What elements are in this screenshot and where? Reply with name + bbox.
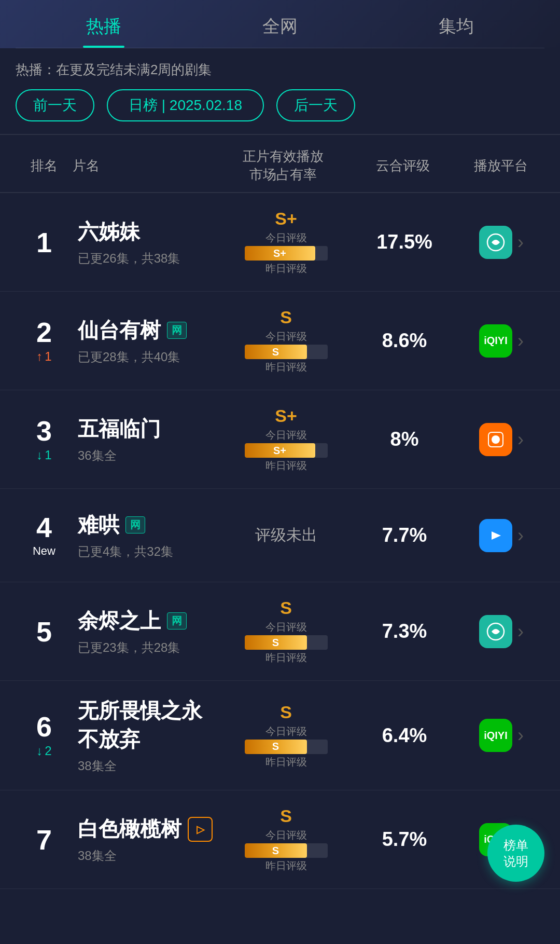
rating-today-label: 今日评级 bbox=[265, 724, 307, 738]
net-badge: 网 bbox=[167, 322, 187, 339]
chevron-right-icon: › bbox=[517, 621, 524, 642]
rating-column: S 今日评级 S 昨日评级 bbox=[221, 806, 351, 873]
platform-column: › bbox=[458, 615, 544, 648]
no-rating-text: 评级未出 bbox=[255, 525, 317, 546]
show-row[interactable]: 7 白色橄榄树▷ 38集全 S 今日评级 S 昨日评级 5.7% iQIYI bbox=[0, 790, 560, 889]
rating-today-val: S bbox=[272, 845, 279, 857]
rating-today-val: S bbox=[272, 637, 279, 649]
show-name: 五福临门 bbox=[78, 415, 221, 443]
col-rating-header: 正片有效播放市场占有率 bbox=[218, 147, 348, 184]
market-column: 7.7% bbox=[351, 524, 458, 546]
shows-list: 1 六姊妹 已更26集，共38集 S+ 今日评级 S+ 昨日评级 17.5% bbox=[0, 193, 560, 889]
show-row[interactable]: 1 六姊妹 已更26集，共38集 S+ 今日评级 S+ 昨日评级 17.5% bbox=[0, 193, 560, 292]
float-explanation-button[interactable]: 榜单说明 bbox=[487, 825, 544, 882]
show-row[interactable]: 4 New 难哄网 已更4集，共32集 评级未出 7.7% › bbox=[0, 489, 560, 582]
market-column: 8% bbox=[351, 428, 458, 450]
show-row[interactable]: 2 ↑ 1 仙台有树网 已更28集，共40集 S 今日评级 S 昨日评级 8. bbox=[0, 292, 560, 390]
show-name: 六姊妹 bbox=[78, 217, 221, 246]
rank-column: 6 ↓ 2 bbox=[16, 713, 73, 758]
grade-label: S+ bbox=[275, 209, 297, 229]
net-badge: 网 bbox=[167, 612, 187, 630]
rating-bar-block: 今日评级 S+ 昨日评级 bbox=[240, 231, 333, 276]
show-meta: 已更26集，共38集 bbox=[78, 250, 221, 267]
show-name: 余烬之上网 bbox=[78, 607, 221, 635]
platform-column: iQIYI › bbox=[458, 719, 544, 752]
rating-column: S+ 今日评级 S+ 昨日评级 bbox=[221, 406, 351, 473]
platform-column: iQIYI › bbox=[458, 324, 544, 358]
prev-day-button[interactable]: 前一天 bbox=[16, 89, 94, 121]
rating-yesterday-label: 昨日评级 bbox=[265, 262, 307, 276]
title-column: 余烬之上网 已更23集，共28集 bbox=[73, 607, 221, 656]
show-meta: 已更28集，共40集 bbox=[78, 349, 221, 365]
rating-yesterday-label: 昨日评级 bbox=[265, 651, 307, 665]
rank-change-down: ↓ 2 bbox=[16, 744, 73, 758]
tab-all[interactable]: 全网 bbox=[192, 15, 368, 48]
show-meta: 已更4集，共32集 bbox=[78, 543, 221, 560]
rank-column: 1 bbox=[16, 228, 73, 256]
rating-yesterday-label: 昨日评级 bbox=[265, 360, 307, 374]
rating-today-val: S bbox=[272, 346, 279, 358]
chevron-right-icon: › bbox=[517, 724, 524, 746]
down-arrow-icon: ↓ bbox=[36, 744, 43, 758]
platform-youku-icon bbox=[479, 519, 512, 552]
col-market-header: 云合评级 bbox=[348, 157, 457, 175]
show-name: 难哄网 bbox=[78, 511, 221, 539]
grade-label: S bbox=[280, 702, 292, 722]
tab-hot[interactable]: 热播 bbox=[16, 15, 192, 48]
rating-bar-today: S+ bbox=[245, 443, 328, 458]
next-day-button[interactable]: 后一天 bbox=[276, 89, 355, 121]
title-column: 仙台有树网 已更28集，共40集 bbox=[73, 316, 221, 365]
market-column: 8.6% bbox=[351, 330, 458, 352]
grade-label: S bbox=[280, 307, 292, 327]
show-row[interactable]: 3 ↓ 1 五福临门 36集全 S+ 今日评级 S+ 昨日评级 8% bbox=[0, 390, 560, 489]
platform-column: › bbox=[458, 519, 544, 552]
tab-avg[interactable]: 集均 bbox=[368, 15, 544, 48]
rating-bar-today: S bbox=[245, 740, 328, 754]
show-meta: 36集全 bbox=[78, 447, 221, 464]
rank-number: 2 bbox=[16, 318, 73, 346]
rating-yesterday-label: 昨日评级 bbox=[265, 859, 307, 873]
title-column: 六姊妹 已更26集，共38集 bbox=[73, 217, 221, 267]
title-column: 无所畏惧之永不放弃 38集全 bbox=[73, 696, 221, 774]
rank-column: 2 ↑ 1 bbox=[16, 318, 73, 364]
platform-iqiyi-icon: iQIYI bbox=[479, 719, 512, 752]
market-column: 17.5% bbox=[351, 231, 458, 253]
show-name-text: 仙台有树 bbox=[78, 316, 161, 345]
rating-bar-today: S bbox=[245, 345, 328, 359]
show-name: 无所畏惧之永不放弃 bbox=[78, 696, 221, 754]
show-name-text: 五福临门 bbox=[78, 415, 161, 443]
title-column: 五福临门 36集全 bbox=[73, 415, 221, 464]
grade-label: S bbox=[280, 806, 292, 826]
market-column: 5.7% bbox=[351, 828, 458, 851]
down-arrow-icon: ↓ bbox=[36, 448, 43, 462]
show-name-text: 余烬之上 bbox=[78, 607, 161, 635]
rank-change-down: ↓ 1 bbox=[16, 448, 73, 462]
rating-column: S 今日评级 S 昨日评级 bbox=[221, 702, 351, 769]
chevron-right-icon: › bbox=[517, 330, 524, 352]
rating-bar-block: 今日评级 S 昨日评级 bbox=[240, 330, 333, 374]
rating-yesterday-label: 昨日评级 bbox=[265, 755, 307, 769]
svg-point-2 bbox=[492, 435, 500, 444]
show-row[interactable]: 5 余烬之上网 已更23集，共28集 S 今日评级 S 昨日评级 7.3% bbox=[0, 582, 560, 681]
nav-row: 前一天 日榜 | 2025.02.18 后一天 bbox=[0, 89, 560, 134]
date-button[interactable]: 日榜 | 2025.02.18 bbox=[107, 89, 264, 121]
rating-bar-block: 今日评级 S 昨日评级 bbox=[240, 828, 333, 873]
rank-change-up: ↑ 1 bbox=[16, 349, 73, 364]
subtitle: 热播：在更及完结未满2周的剧集 bbox=[0, 48, 560, 89]
rating-bar-today: S bbox=[245, 843, 328, 858]
platform-column: › bbox=[458, 226, 544, 259]
net-badge: 网 bbox=[125, 516, 145, 533]
grade-label: S+ bbox=[275, 406, 297, 426]
rating-today-label: 今日评级 bbox=[265, 828, 307, 842]
market-column: 7.3% bbox=[351, 620, 458, 642]
platform-iqiyi-icon: iQIYI bbox=[479, 324, 512, 358]
show-row[interactable]: 6 ↓ 2 无所畏惧之永不放弃 38集全 S 今日评级 S 昨日评级 6.4% bbox=[0, 681, 560, 790]
col-platform-header: 播放平台 bbox=[457, 157, 544, 175]
title-column: 难哄网 已更4集，共32集 bbox=[73, 511, 221, 560]
top-bar: 热播 全网 集均 bbox=[0, 0, 560, 48]
rating-today-val: S bbox=[272, 741, 279, 753]
title-column: 白色橄榄树▷ 38集全 bbox=[73, 815, 221, 864]
rating-bar-block: 今日评级 S+ 昨日评级 bbox=[240, 428, 333, 473]
market-column: 6.4% bbox=[351, 724, 458, 747]
rank-number: 1 bbox=[16, 228, 73, 256]
